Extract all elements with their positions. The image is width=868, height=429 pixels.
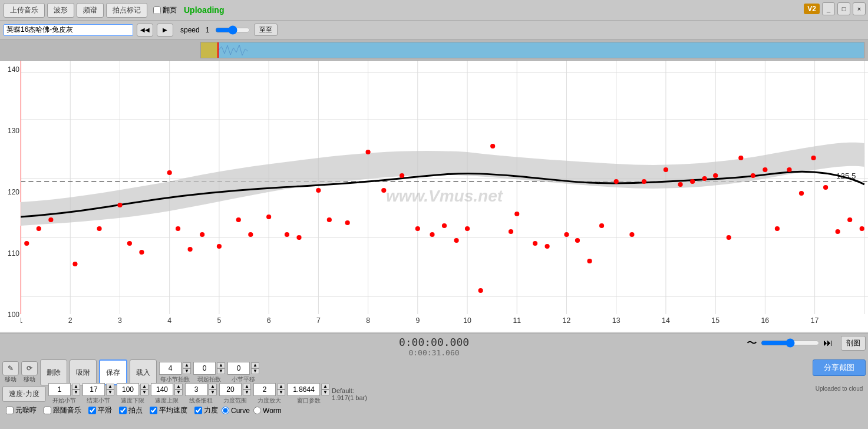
start-measure-up[interactable]: ▲ [72,384,80,390]
svg-point-62 [139,250,144,255]
svg-point-113 [860,226,864,231]
end-measure-down[interactable]: ▼ [106,390,114,395]
chart-svg: 125.5 1 2 3 4 5 6 7 8 9 10 11 12 13 14 [21,61,868,332]
line-width-input[interactable] [185,383,207,396]
line-width-spinbox: ▲ ▼ 线条细粗 [185,383,217,405]
speed-slider[interactable] [215,25,250,35]
force-scale-up[interactable]: ▲ [277,384,285,390]
svg-point-103 [738,156,743,160]
speed-upper-down[interactable]: ▼ [174,390,183,395]
svg-point-107 [787,167,791,172]
avg-speed-input[interactable] [150,407,157,414]
beats-per-measure-input[interactable] [159,362,181,375]
speed-lower-up[interactable]: ▲ [140,384,148,390]
song-name-input[interactable] [4,24,133,36]
time-display: 0:00:00.000 0:00:31.060 [399,336,469,357]
absorb-button[interactable]: 吸附 [70,359,97,385]
start-measure-down[interactable]: ▼ [72,390,80,395]
svg-point-82 [454,238,458,243]
measure-shift-input[interactable] [227,362,250,375]
speed-upper-input[interactable] [151,383,173,396]
y-axis-140: 140 [1,65,19,74]
top-toolbar: 上传音乐 波形 频谱 拍点标记 翻页 Uploading V2 _ □ × [0,0,868,21]
smooth-input[interactable] [88,407,96,414]
speed-upper-label: 速度上限 [151,397,183,405]
smooth-checkbox[interactable]: 平滑 [88,405,112,415]
no-noise-input[interactable] [6,407,14,414]
waveform-button[interactable]: 波形 [47,3,74,18]
measure-shift-up[interactable]: ▲ [251,362,259,368]
delete-button[interactable]: 删除 [40,359,67,385]
follow-music-checkbox[interactable]: 跟随音乐 [44,405,81,415]
window-param-down[interactable]: ▼ [321,390,329,395]
window-param-label: 窗口参数 [288,397,329,405]
play-button[interactable]: ▶ [157,24,173,37]
window-param-up[interactable]: ▲ [321,384,329,390]
force-scale-down[interactable]: ▼ [277,390,285,395]
beat-end-down[interactable]: ▼ [217,368,225,374]
force-lower-input[interactable] [219,383,242,396]
svg-text:5: 5 [217,316,221,325]
beats-per-measure-up[interactable]: ▲ [183,362,191,368]
start-measure-input[interactable] [48,383,71,396]
slice-button[interactable]: 剖图 [841,336,866,351]
move-icon-button[interactable]: ✎ [2,361,19,375]
close-button[interactable]: × [853,2,866,15]
upload-cloud-button[interactable]: 分享截图 [813,359,866,376]
beat-point-checkbox[interactable]: 拍点 [119,405,143,415]
svg-text:17: 17 [811,316,819,325]
page-flip-checkbox[interactable]: 翻页 [153,5,177,15]
end-measure-input[interactable] [82,383,105,396]
beat-end-input[interactable] [193,362,216,375]
follow-music-input[interactable] [44,407,51,414]
force-lower-down[interactable]: ▼ [243,390,251,395]
avg-speed-checkbox[interactable]: 平均速度 [150,405,187,415]
window-param-input[interactable] [288,383,320,396]
svg-point-99 [690,179,695,184]
playback-slider[interactable] [761,338,820,348]
force-scale-input[interactable] [253,383,276,396]
save-button[interactable]: 保存 [99,359,127,385]
line-width-down[interactable]: ▼ [209,390,217,395]
line-width-up[interactable]: ▲ [209,384,217,390]
action-label: 移动 [24,375,35,384]
svg-point-83 [465,226,470,231]
minimize-button[interactable]: _ [822,2,835,15]
svg-text:6: 6 [267,316,271,325]
prev-button[interactable]: ◀◀ [137,24,153,37]
full-button[interactable]: 至至 [254,24,278,36]
page-flip-input[interactable] [153,6,161,14]
force-input[interactable] [194,407,202,414]
force-checkbox[interactable]: 力度 [194,405,218,415]
waveform-container[interactable] [200,42,864,58]
beat-end-up[interactable]: ▲ [217,362,225,368]
beat-marker-button[interactable]: 拍点标记 [106,3,147,18]
spectrum-button[interactable]: 频谱 [77,3,104,18]
svg-point-73 [316,188,321,193]
uploaded-label: Uploaded to cloud [813,385,866,392]
svg-text:13: 13 [612,316,621,325]
svg-point-92 [587,259,592,263]
no-noise-checkbox[interactable]: 元噪哼 [6,405,37,415]
speed-lower-down[interactable]: ▼ [140,390,148,395]
action-icon-button[interactable]: ⟳ [21,361,38,375]
force-lower-up[interactable]: ▲ [243,384,251,390]
chart-area[interactable]: www.Vmus.net [21,61,868,332]
measure-shift-down[interactable]: ▼ [251,368,259,374]
worm-radio[interactable] [253,407,261,414]
beats-per-measure-down[interactable]: ▼ [183,368,191,374]
curve-radio[interactable] [222,407,229,414]
load-button[interactable]: 载入 [130,359,157,385]
speed-upper-up[interactable]: ▲ [174,384,183,390]
upload-music-button[interactable]: 上传音乐 [4,3,45,18]
speed-lower-input[interactable] [117,383,139,396]
svg-point-90 [564,232,569,237]
svg-point-111 [836,229,840,234]
speed-force-button[interactable]: 速度-力度 [2,386,46,402]
end-measure-up[interactable]: ▲ [106,384,114,390]
svg-point-68 [236,217,241,222]
maximize-button[interactable]: □ [837,2,850,15]
svg-text:12: 12 [563,316,571,325]
move-label: 移动 [5,375,16,384]
beat-point-input[interactable] [119,407,127,414]
